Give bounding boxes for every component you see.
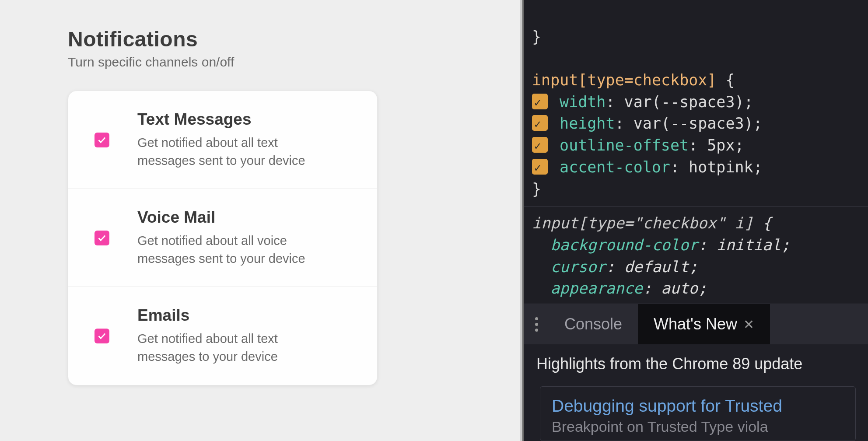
css-selector[interactable]: input[type=checkbox] [532,71,716,89]
tab-console[interactable]: Console [549,304,638,344]
property-toggle-checkbox[interactable] [532,115,548,131]
devtools-panel: } input[type=checkbox] { width: var(--sp… [524,0,868,441]
code-brace: { [753,214,772,232]
css-value[interactable]: hotpink [689,158,753,176]
checkbox-emails[interactable] [94,329,109,343]
option-voice-mail: Voice Mail Get notified about all voice … [68,189,377,287]
checkbox-voice-mail[interactable] [94,231,109,245]
kebab-icon [535,317,538,332]
css-selector[interactable]: input[type="checkbox" i] [532,214,753,232]
option-title: Voice Mail [137,208,360,227]
card-subtitle: Breakpoint on Trusted Type viola [552,418,844,435]
check-icon [97,331,107,341]
check-icon [97,233,107,243]
property-toggle-checkbox[interactable] [532,137,548,153]
code-brace: { [716,71,735,89]
drawer-menu-button[interactable] [524,304,549,344]
css-value[interactable]: var(--space3) [634,115,753,132]
css-value[interactable]: default [624,258,689,276]
css-property[interactable]: height [560,115,615,132]
option-title: Emails [137,306,360,325]
css-property[interactable]: appearance [550,280,643,297]
css-property[interactable]: background-color [550,236,698,254]
option-text-messages: Text Messages Get notified about all tex… [68,91,377,189]
close-icon[interactable]: ✕ [743,317,754,332]
option-title: Text Messages [137,110,360,129]
css-property[interactable]: width [560,93,606,111]
tab-label: What's New [654,315,737,333]
css-value[interactable]: var(--space3) [624,93,744,111]
property-toggle-checkbox[interactable] [532,159,548,175]
panel-divider[interactable] [520,0,524,441]
whats-new-card[interactable]: Debugging support for Trusted Breakpoint… [540,386,856,441]
devtools-drawer: Console What's New ✕ Highlights from the… [524,304,868,441]
code-brace: } [532,180,541,198]
option-desc: Get notified about all text messages sen… [137,134,339,169]
css-value[interactable]: auto [661,280,698,297]
css-property[interactable]: outline-offset [560,136,689,154]
property-toggle-checkbox[interactable] [532,94,548,109]
option-desc: Get notified about all voice messages se… [137,232,339,267]
rule-separator [524,206,868,206]
notifications-card: Text Messages Get notified about all tex… [68,91,378,385]
css-property[interactable]: accent-color [560,158,670,176]
drawer-body: Highlights from the Chrome 89 update Deb… [524,344,868,441]
tab-whats-new[interactable]: What's New ✕ [638,304,770,344]
whats-new-headline: Highlights from the Chrome 89 update [536,355,856,373]
notifications-panel: Notifications Turn specific channels on/… [0,0,520,441]
option-emails: Emails Get notified about all text messa… [68,287,377,385]
styles-pane[interactable]: } input[type=checkbox] { width: var(--sp… [524,0,868,322]
card-title: Debugging support for Trusted [552,396,844,416]
css-value[interactable]: initial [716,236,781,254]
code-brace: } [532,28,541,46]
check-icon [97,135,107,145]
drawer-tab-strip: Console What's New ✕ [524,304,868,344]
option-desc: Get notified about all text messages to … [137,330,339,365]
page-title: Notifications [68,27,520,51]
checkbox-text-messages[interactable] [94,133,109,147]
page-subtitle: Turn specific channels on/off [68,55,520,70]
css-value[interactable]: 5px [707,136,735,154]
css-property[interactable]: cursor [550,258,606,276]
